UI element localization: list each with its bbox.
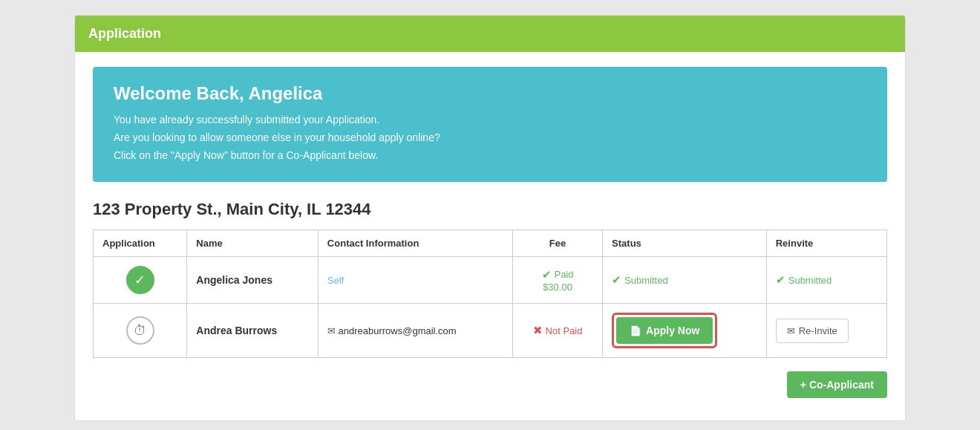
property-address: 123 Property St., Main City, IL 12344 [93, 200, 887, 219]
fee-label-2: Not Paid [546, 325, 583, 336]
status-cell-2: 📄 Apply Now [603, 304, 767, 358]
apply-now-button[interactable]: 📄 Apply Now [616, 317, 713, 344]
fee-status-2: ✖ Not Paid [533, 324, 583, 337]
applications-table: Application Name Contact Information Fee… [93, 229, 887, 358]
reinvite-btn-label: Re-Invite [799, 325, 837, 336]
status-label: Submitted [624, 275, 668, 286]
contact-info: Self [327, 275, 344, 286]
page-title: Application [88, 26, 892, 42]
reinvite-mail-icon: ✉ [787, 325, 795, 336]
clock-icon: ⏱ [126, 316, 154, 345]
reinvite-cell: ✔ Submitted [766, 257, 886, 304]
status-check-icon: ✔ [612, 273, 621, 287]
apply-now-highlight: 📄 Apply Now [612, 313, 717, 348]
welcome-banner: Welcome Back, Angelica You have already … [93, 67, 887, 182]
col-header-name: Name [187, 230, 318, 257]
fee-cell-2: ✖ Not Paid [512, 304, 602, 358]
fee-status: ✔ Paid [542, 268, 574, 281]
paid-icon: ✔ [542, 268, 552, 281]
col-header-fee: Fee [512, 230, 602, 257]
reinvite-check-icon: ✔ [776, 273, 785, 287]
col-header-reinvite: Reinvite [766, 230, 886, 257]
contact-cell-2: ✉ andreaburrows@gmail.com [318, 304, 512, 358]
fee-cell: ✔ Paid $30.00 [512, 257, 602, 304]
card-body: Welcome Back, Angelica You have already … [75, 52, 905, 420]
fee-amount: $30.00 [543, 281, 572, 293]
applicant-icon-cell-2: ⏱ [94, 304, 187, 358]
reinvite-cell-2: ✉ Re-Invite [766, 304, 886, 358]
fee-label: Paid [555, 269, 574, 280]
notpaid-icon: ✖ [533, 324, 543, 337]
banner-line3: Click on the "Apply Now" button for a Co… [114, 147, 866, 165]
applicant-name-cell: Angelica Jones [187, 257, 318, 304]
contact-info-2: andreaburrows@gmail.com [338, 325, 456, 336]
footer-row: + Co-Applicant [93, 371, 887, 398]
reinvite-status: ✔ Submitted [776, 273, 832, 287]
doc-icon: 📄 [630, 325, 641, 336]
reinvite-button[interactable]: ✉ Re-Invite [776, 319, 849, 343]
banner-line1: You have already successfully submitted … [114, 111, 866, 129]
table-row: ⏱ Andrea Burrows ✉ andreaburrows@gmail.c… [94, 304, 887, 358]
applicant-name-2: Andrea Burrows [196, 325, 277, 336]
table-row: ✓ Angelica Jones Self ✔ Paid $3 [94, 257, 887, 304]
applicant-name: Angelica Jones [196, 274, 272, 286]
check-icon: ✓ [126, 266, 154, 294]
banner-line2: Are you looking to allow someone else in… [114, 129, 866, 147]
applicant-icon-cell: ✓ [94, 257, 187, 304]
co-applicant-button[interactable]: + Co-Applicant [787, 371, 887, 398]
col-header-application: Application [94, 230, 187, 257]
status-badge: ✔ Submitted [612, 273, 668, 287]
apply-now-label: Apply Now [646, 325, 699, 336]
main-card: Application Welcome Back, Angelica You h… [74, 15, 906, 421]
banner-heading: Welcome Back, Angelica [114, 83, 866, 104]
reinvite-label: Submitted [788, 275, 832, 286]
col-header-contact: Contact Information [318, 230, 512, 257]
mail-icon: ✉ [327, 325, 336, 336]
col-header-status: Status [603, 230, 767, 257]
co-applicant-label: + Co-Applicant [800, 379, 874, 391]
applicant-name-cell-2: Andrea Burrows [187, 304, 318, 358]
card-header: Application [75, 16, 905, 52]
contact-cell: Self [318, 257, 512, 304]
status-cell: ✔ Submitted [603, 257, 767, 304]
